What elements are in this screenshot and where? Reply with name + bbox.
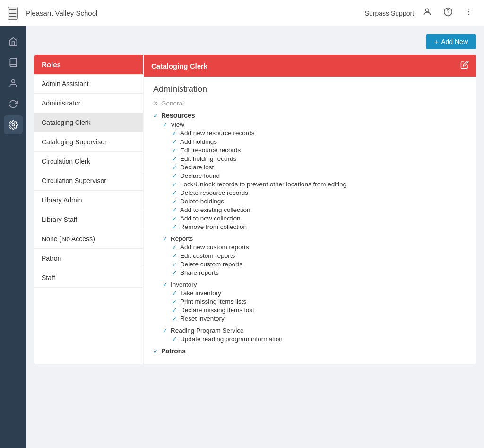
svg-point-5 <box>468 14 470 16</box>
check-icon: ✓ <box>172 155 177 162</box>
check-icon: ✓ <box>163 121 168 128</box>
check-icon: ✓ <box>172 130 177 137</box>
check-icon: ✓ <box>172 181 177 188</box>
perm-item: ✓ Edit holding records <box>153 155 467 162</box>
perm-item: ✓ Remove from collection <box>153 223 467 230</box>
list-item-active[interactable]: Cataloging Clerk <box>34 113 143 132</box>
list-item[interactable]: Cataloging Supervisor <box>34 132 143 152</box>
perm-label: Add new resource records <box>180 130 255 137</box>
svg-point-7 <box>12 124 15 126</box>
more-options-button[interactable] <box>461 6 476 21</box>
svg-point-4 <box>468 11 470 13</box>
perm-item: ✕ General <box>153 100 467 107</box>
sidebar-item-patrons[interactable] <box>4 74 23 93</box>
support-text: Surpass Support <box>365 9 414 17</box>
detail-header: Cataloging Clerk <box>144 55 476 77</box>
user-account-icon <box>423 7 432 19</box>
user-account-button[interactable] <box>420 6 435 21</box>
perm-label: Share reports <box>180 269 219 276</box>
perm-item: ✓ Share reports <box>153 269 467 276</box>
sidebar-item-catalog[interactable] <box>4 53 23 72</box>
perm-label: General <box>161 100 184 107</box>
perm-label: Delete holdings <box>180 198 224 205</box>
edit-icon[interactable] <box>460 61 469 71</box>
help-icon <box>443 7 453 19</box>
check-icon: ✓ <box>172 269 177 276</box>
perm-label: Add to new collection <box>180 215 241 222</box>
perm-label: Declare found <box>180 172 220 179</box>
check-icon: ✓ <box>172 164 177 171</box>
perm-label: Take inventory <box>180 290 221 297</box>
section-title: Administration <box>153 84 467 94</box>
perm-item: ✓ Add to new collection <box>153 215 467 222</box>
list-item[interactable]: None (No Access) <box>34 229 143 249</box>
perm-item: ✓ Reading Program Service <box>153 327 467 334</box>
check-icon: ✓ <box>153 348 158 355</box>
check-icon: ✓ <box>163 235 168 242</box>
top-nav-right: Surpass Support <box>365 6 476 21</box>
perm-label: Remove from collection <box>180 223 247 230</box>
perm-item: ✓ Inventory <box>153 281 467 288</box>
sidebar-item-home[interactable] <box>4 32 23 51</box>
add-new-button[interactable]: + Add New <box>426 34 476 49</box>
list-item[interactable]: Administrator <box>34 94 143 113</box>
perm-item: ✓ Delete resource records <box>153 189 467 196</box>
content-layout: Roles Admin Assistant Administrator Cata… <box>34 55 476 364</box>
perm-label: Edit resource records <box>180 147 241 154</box>
perm-label: Edit custom reports <box>180 252 235 259</box>
perm-item: ✓ Delete custom reports <box>153 261 467 268</box>
list-item[interactable]: Admin Assistant <box>34 74 143 94</box>
help-button[interactable] <box>441 6 456 21</box>
perm-label: Add new custom reports <box>180 244 249 251</box>
perm-item: ✓ Add new resource records <box>153 130 467 137</box>
perm-item: ✓ Take inventory <box>153 290 467 297</box>
add-new-label: Add New <box>441 38 468 45</box>
detail-panel: Cataloging Clerk Administration ✕ Genera… <box>144 55 476 364</box>
school-name: Pleasant Valley School <box>26 9 365 17</box>
perm-item: ✓ Declare found <box>153 172 467 179</box>
roles-list: Admin Assistant Administrator Cataloging… <box>34 74 143 288</box>
list-item[interactable]: Circulation Supervisor <box>34 171 143 191</box>
perm-item: ✓ Add to existing collection <box>153 206 467 213</box>
list-item[interactable]: Circulation Clerk <box>34 152 143 171</box>
perm-label: Lock/Unlock records to prevent other loc… <box>180 181 346 188</box>
perm-label: Edit holding records <box>180 155 236 162</box>
perm-item: ✓ Declare missing items lost <box>153 307 467 314</box>
perm-label: Add to existing collection <box>180 206 251 213</box>
perm-label: Declare missing items lost <box>180 307 254 314</box>
perm-item: ✓ Add new custom reports <box>153 244 467 251</box>
hamburger-button[interactable]: ☰ <box>8 7 18 20</box>
perm-label: Reports <box>171 235 193 242</box>
sidebar-item-settings[interactable] <box>4 115 23 134</box>
perm-item: ✓ Reports <box>153 235 467 242</box>
perm-label: Delete custom reports <box>180 261 242 268</box>
hamburger-icon: ☰ <box>9 8 17 18</box>
check-icon: ✓ <box>172 206 177 213</box>
list-item[interactable]: Patron <box>34 249 143 268</box>
perm-label: Patrons <box>161 347 186 355</box>
perm-item: ✓ View <box>153 121 467 128</box>
more-options-icon <box>464 7 474 19</box>
check-icon: ✓ <box>172 290 177 297</box>
perm-item: ✓ Patrons <box>153 347 467 355</box>
list-item[interactable]: Library Admin <box>34 191 143 210</box>
perm-item: ✓ Reset inventory <box>153 315 467 322</box>
perm-label: Delete resource records <box>180 189 248 196</box>
list-item[interactable]: Library Staff <box>34 210 143 229</box>
perm-item: ✓ Update reading program information <box>153 335 467 343</box>
perm-label: Add holdings <box>180 138 217 145</box>
roles-panel: Roles Admin Assistant Administrator Cata… <box>34 55 143 364</box>
check-icon: ✓ <box>172 252 177 259</box>
check-icon: ✓ <box>163 327 168 334</box>
sidebar-item-circulation[interactable] <box>4 95 23 114</box>
check-icon: ✓ <box>172 261 177 268</box>
check-icon: ✓ <box>172 307 177 314</box>
check-icon: ✓ <box>172 215 177 222</box>
perm-item: ✓ Add holdings <box>153 138 467 145</box>
perm-label: Reading Program Service <box>171 327 244 334</box>
permissions-tree: ✕ General ✓ Resources ✓ View ✓ Add new <box>153 100 467 355</box>
list-item[interactable]: Staff <box>34 268 143 288</box>
perm-label: Reset inventory <box>180 315 225 322</box>
check-icon: ✓ <box>172 335 177 343</box>
check-icon: ✓ <box>163 281 168 288</box>
